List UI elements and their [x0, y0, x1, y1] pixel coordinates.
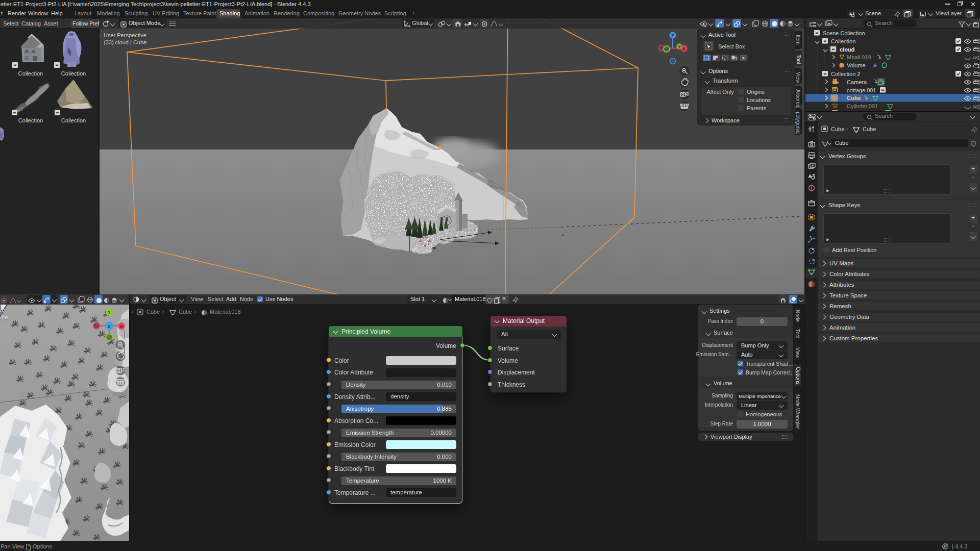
svg-text:Z: Z	[671, 33, 674, 38]
svg-text:Collection: Collection	[18, 117, 43, 123]
svg-text:Collection: Collection	[18, 70, 43, 77]
svg-text:X: X	[682, 46, 685, 52]
svg-text:cottage.001: cottage.001	[847, 87, 876, 93]
svg-text:Volume: Volume	[847, 62, 866, 68]
svg-text:Y: Y	[108, 309, 111, 315]
svg-text:Collection 2: Collection 2	[831, 71, 860, 77]
svg-text:cloud: cloud	[840, 46, 854, 53]
svg-text:Collection: Collection	[61, 70, 86, 77]
svg-text:Z: Z	[108, 323, 111, 329]
svg-text:Scene Collection: Scene Collection	[823, 30, 865, 36]
svg-text:Cylinder.001: Cylinder.001	[847, 103, 878, 109]
svg-text:Y: Y	[678, 44, 681, 49]
svg-text:Mball.019: Mball.019	[847, 54, 871, 60]
svg-text:Collection: Collection	[831, 38, 855, 44]
svg-text:Cube: Cube	[847, 95, 861, 101]
svg-text:Camera: Camera	[847, 79, 867, 85]
svg-text:X: X	[120, 324, 123, 329]
svg-text:Collection: Collection	[61, 117, 86, 123]
